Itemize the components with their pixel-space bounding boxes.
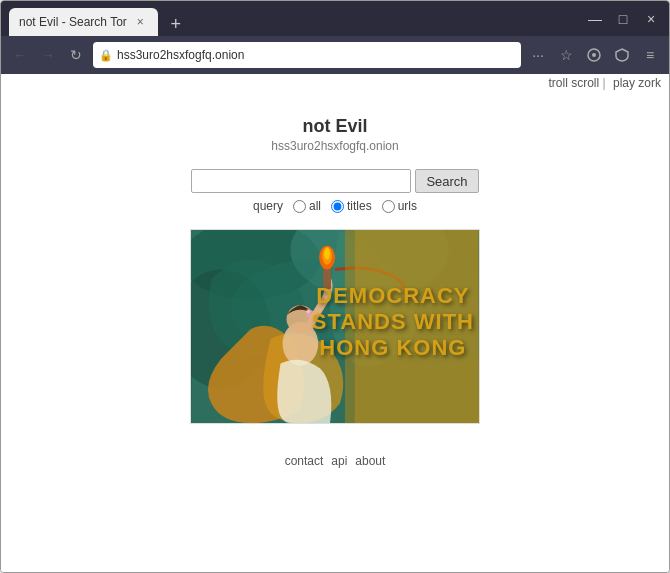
all-radio-group[interactable]: all [293, 199, 321, 213]
url-input[interactable] [117, 48, 515, 62]
all-radio[interactable] [293, 200, 306, 213]
refresh-icon: ↻ [70, 47, 82, 63]
address-input-wrapper[interactable]: 🔒 [93, 42, 521, 68]
svg-point-11 [306, 309, 310, 313]
urls-radio-group[interactable]: urls [382, 199, 417, 213]
minimize-button[interactable]: — [585, 11, 605, 27]
api-link[interactable]: api [331, 454, 347, 468]
back-icon: ← [13, 47, 27, 63]
search-button[interactable]: Search [415, 169, 478, 193]
forward-button[interactable]: → [37, 44, 59, 66]
banner-text: DEMOCRACY STANDS WITH HONG KONG [312, 283, 474, 362]
play-zork-link[interactable]: play zork [613, 76, 661, 90]
top-links-bar: troll scroll | play zork [1, 74, 669, 92]
titles-label: titles [347, 199, 372, 213]
footer-links: contact api about [285, 454, 386, 468]
titles-radio-group[interactable]: titles [331, 199, 372, 213]
menu-button[interactable]: ≡ [639, 44, 661, 66]
security-icon: 🔒 [99, 49, 113, 62]
address-bar: ← → ↻ 🔒 ··· ☆ ≡ [1, 36, 669, 74]
banner-text-line1: DEMOCRACY [312, 283, 474, 309]
title-bar: not Evil - Search Tor × + — □ × [1, 1, 669, 36]
back-button[interactable]: ← [9, 44, 31, 66]
more-button[interactable]: ··· [527, 44, 549, 66]
bookmark-button[interactable]: ☆ [555, 44, 577, 66]
browser-window: not Evil - Search Tor × + — □ × ← → ↻ 🔒 … [0, 0, 670, 573]
site-subtitle: hss3uro2hsxfogfq.onion [271, 139, 398, 153]
page-content: not Evil hss3uro2hsxfogfq.onion Search q… [1, 92, 669, 572]
tab-area: not Evil - Search Tor × + [9, 1, 585, 36]
contact-link[interactable]: contact [285, 454, 324, 468]
close-window-button[interactable]: × [641, 11, 661, 27]
about-link[interactable]: about [355, 454, 385, 468]
toolbar-right: ··· ☆ ≡ [527, 44, 661, 66]
urls-label: urls [398, 199, 417, 213]
tab-title: not Evil - Search Tor [19, 15, 127, 29]
query-label: query [253, 199, 283, 213]
extensions-icon [587, 48, 601, 62]
all-label: all [309, 199, 321, 213]
window-controls: — □ × [585, 11, 661, 27]
active-tab[interactable]: not Evil - Search Tor × [9, 8, 158, 36]
svg-point-15 [324, 248, 330, 260]
search-options: query all titles urls [253, 199, 417, 213]
banner-text-line3: HONG KONG [312, 336, 474, 362]
maximize-button[interactable]: □ [613, 11, 633, 27]
site-title: not Evil [302, 116, 367, 137]
refresh-button[interactable]: ↻ [65, 44, 87, 66]
tab-close-button[interactable]: × [133, 13, 148, 31]
banner-text-line2: STANDS WITH [312, 309, 474, 335]
troll-scroll-link[interactable]: troll scroll [548, 76, 599, 90]
new-tab-button[interactable]: + [164, 12, 188, 36]
shield-button[interactable] [611, 44, 633, 66]
search-form: Search [191, 169, 478, 193]
urls-radio[interactable] [382, 200, 395, 213]
shield-icon [615, 48, 629, 62]
search-input[interactable] [191, 169, 411, 193]
banner-art: DEMOCRACY STANDS WITH HONG KONG [191, 230, 479, 423]
svg-point-1 [592, 53, 596, 57]
titles-radio[interactable] [331, 200, 344, 213]
banner-image: DEMOCRACY STANDS WITH HONG KONG [190, 229, 480, 424]
forward-icon: → [41, 47, 55, 63]
extensions-button[interactable] [583, 44, 605, 66]
separator: | [603, 76, 606, 90]
